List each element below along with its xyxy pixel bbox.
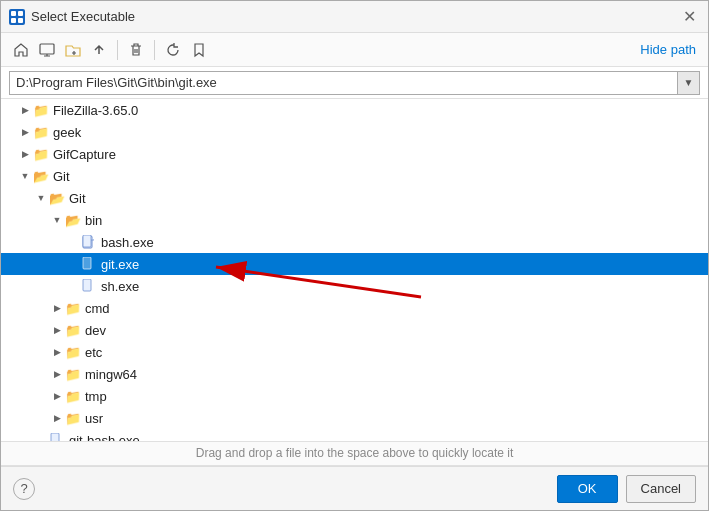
close-button[interactable]: ✕ bbox=[678, 6, 700, 28]
tree-item-mingw64[interactable]: ▶ 📁 mingw64 bbox=[1, 363, 708, 385]
expand-icon-cmd[interactable]: ▶ bbox=[49, 300, 65, 316]
folder-icon-usr: 📁 bbox=[65, 410, 81, 426]
tree-item-git-l1[interactable]: ▼ 📂 Git bbox=[1, 165, 708, 187]
expand-icon-bin[interactable]: ▼ bbox=[49, 212, 65, 228]
expand-icon-etc[interactable]: ▶ bbox=[49, 344, 65, 360]
expand-icon-git-l2[interactable]: ▼ bbox=[33, 190, 49, 206]
tree-item-label-bin: bin bbox=[85, 213, 102, 228]
svg-rect-8 bbox=[83, 279, 91, 291]
hide-path-button[interactable]: Hide path bbox=[636, 40, 700, 59]
toolbar-separator-2 bbox=[154, 40, 155, 60]
toolbar-separator-1 bbox=[117, 40, 118, 60]
tree-item-cmd[interactable]: ▶ 📁 cmd bbox=[1, 297, 708, 319]
svg-rect-2 bbox=[11, 18, 16, 23]
home-button[interactable] bbox=[9, 38, 33, 62]
folder-icon-tmp: 📁 bbox=[65, 388, 81, 404]
file-icon-sh-exe bbox=[81, 278, 97, 294]
tree-item-label-gifcapture: GifCapture bbox=[53, 147, 116, 162]
expand-icon-mingw64[interactable]: ▶ bbox=[49, 366, 65, 382]
folder-icon-bin: 📂 bbox=[65, 212, 81, 228]
select-executable-dialog: Select Executable ✕ Hide path ▼ bbox=[0, 0, 709, 511]
expand-icon-filezilla[interactable]: ▶ bbox=[17, 102, 33, 118]
tree-item-label-git-bash-exe: git-bash.exe bbox=[69, 433, 140, 443]
path-dropdown-button[interactable]: ▼ bbox=[678, 71, 700, 95]
tree-item-label-usr: usr bbox=[85, 411, 103, 426]
new-folder-button[interactable] bbox=[61, 38, 85, 62]
folder-icon-git-l1: 📂 bbox=[33, 168, 49, 184]
tree-item-label-cmd: cmd bbox=[85, 301, 110, 316]
delete-button[interactable] bbox=[124, 38, 148, 62]
tree-item-git-exe[interactable]: ▶ git.exe bbox=[1, 253, 708, 275]
svg-rect-6 bbox=[83, 235, 91, 247]
tree-item-label-bash-exe: bash.exe bbox=[101, 235, 154, 250]
title-bar: Select Executable ✕ bbox=[1, 1, 708, 33]
tree-item-bash-exe[interactable]: ▶ bash.exe bbox=[1, 231, 708, 253]
folder-icon-cmd: 📁 bbox=[65, 300, 81, 316]
tree-item-label-filezilla: FileZilla-3.65.0 bbox=[53, 103, 138, 118]
refresh-button[interactable] bbox=[161, 38, 185, 62]
tree-item-gifcapture[interactable]: ▶ 📁 GifCapture bbox=[1, 143, 708, 165]
file-icon-git-bash-exe bbox=[49, 432, 65, 442]
file-icon-bash-exe bbox=[81, 234, 97, 250]
bottom-bar: ? OK Cancel bbox=[1, 466, 708, 510]
tree-item-etc[interactable]: ▶ 📁 etc bbox=[1, 341, 708, 363]
expand-icon-gifcapture[interactable]: ▶ bbox=[17, 146, 33, 162]
svg-rect-7 bbox=[83, 257, 91, 269]
tree-item-git-bash-exe[interactable]: ▶ git-bash.exe bbox=[1, 429, 708, 442]
expand-icon-tmp[interactable]: ▶ bbox=[49, 388, 65, 404]
help-button[interactable]: ? bbox=[13, 478, 35, 500]
expand-icon-usr[interactable]: ▶ bbox=[49, 410, 65, 426]
folder-icon-etc: 📁 bbox=[65, 344, 81, 360]
tree-item-usr[interactable]: ▶ 📁 usr bbox=[1, 407, 708, 429]
tree-item-label-tmp: tmp bbox=[85, 389, 107, 404]
folder-icon-geek: 📁 bbox=[33, 124, 49, 140]
tree-item-sh-exe[interactable]: ▶ sh.exe bbox=[1, 275, 708, 297]
folder-icon-mingw64: 📁 bbox=[65, 366, 81, 382]
dialog-title: Select Executable bbox=[31, 9, 678, 24]
svg-rect-0 bbox=[11, 11, 16, 16]
tree-item-filezilla[interactable]: ▶ 📁 FileZilla-3.65.0 bbox=[1, 99, 708, 121]
folder-icon-dev: 📁 bbox=[65, 322, 81, 338]
tree-item-label-git-l1: Git bbox=[53, 169, 70, 184]
tree-item-tmp[interactable]: ▶ 📁 tmp bbox=[1, 385, 708, 407]
expand-icon-git-l1[interactable]: ▼ bbox=[17, 168, 33, 184]
tree-item-dev[interactable]: ▶ 📁 dev bbox=[1, 319, 708, 341]
folder-icon-filezilla: 📁 bbox=[33, 102, 49, 118]
desktop-button[interactable] bbox=[35, 38, 59, 62]
tree-item-label-geek: geek bbox=[53, 125, 81, 140]
tree-item-label-git-exe: git.exe bbox=[101, 257, 139, 272]
tree-item-label-dev: dev bbox=[85, 323, 106, 338]
file-tree[interactable]: ▶ 📁 FileZilla-3.65.0 ▶ 📁 geek ▶ 📁 GifCap… bbox=[1, 99, 708, 442]
tree-item-geek[interactable]: ▶ 📁 geek bbox=[1, 121, 708, 143]
file-icon-git-exe bbox=[81, 256, 97, 272]
tree-item-label-sh-exe: sh.exe bbox=[101, 279, 139, 294]
svg-rect-9 bbox=[51, 433, 59, 442]
path-bar: ▼ bbox=[1, 67, 708, 99]
svg-rect-3 bbox=[18, 18, 23, 23]
drag-hint: Drag and drop a file into the space abov… bbox=[1, 442, 708, 466]
ok-button[interactable]: OK bbox=[557, 475, 618, 503]
tree-item-label-etc: etc bbox=[85, 345, 102, 360]
up-button[interactable] bbox=[87, 38, 111, 62]
expand-icon-dev[interactable]: ▶ bbox=[49, 322, 65, 338]
tree-item-label-mingw64: mingw64 bbox=[85, 367, 137, 382]
toolbar: Hide path bbox=[1, 33, 708, 67]
folder-icon-gifcapture: 📁 bbox=[33, 146, 49, 162]
tree-item-git-l2[interactable]: ▼ 📂 Git bbox=[1, 187, 708, 209]
svg-rect-1 bbox=[18, 11, 23, 16]
tree-item-label-git-l2: Git bbox=[69, 191, 86, 206]
svg-rect-4 bbox=[40, 44, 54, 54]
tree-item-bin[interactable]: ▼ 📂 bin bbox=[1, 209, 708, 231]
path-input[interactable] bbox=[9, 71, 678, 95]
app-icon bbox=[9, 9, 25, 25]
bottom-actions: OK Cancel bbox=[557, 475, 696, 503]
bookmark-button[interactable] bbox=[187, 38, 211, 62]
folder-icon-git-l2: 📂 bbox=[49, 190, 65, 206]
cancel-button[interactable]: Cancel bbox=[626, 475, 696, 503]
expand-icon-geek[interactable]: ▶ bbox=[17, 124, 33, 140]
